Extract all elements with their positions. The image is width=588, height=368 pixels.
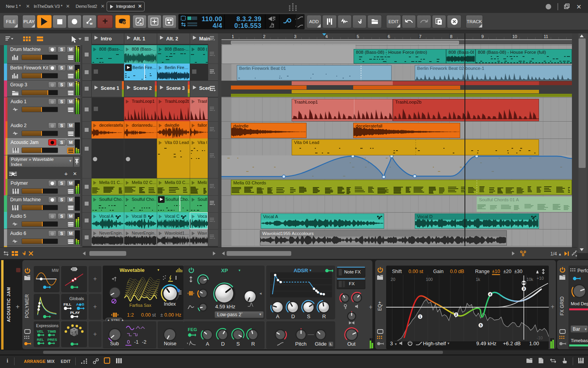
svg-text:Expressions: Expressions: [36, 323, 58, 328]
svg-text:REL: REL: [37, 338, 44, 342]
svg-text:VEL: VEL: [37, 330, 44, 333]
svg-text:2: 2: [455, 313, 457, 317]
svg-text:5: 5: [480, 323, 482, 327]
svg-text:1: 1: [419, 315, 421, 319]
svg-text:A◆B: A◆B: [76, 302, 84, 306]
svg-text:Globals: Globals: [69, 296, 84, 301]
svg-text:TIMB: TIMB: [47, 330, 56, 333]
svg-text:PRES: PRES: [47, 338, 57, 342]
svg-text:4: 4: [489, 292, 491, 296]
svg-text:3: 3: [523, 287, 525, 291]
svg-text:FILL: FILL: [64, 302, 71, 306]
svg-text:w: w: [139, 22, 142, 25]
svg-text:MW: MW: [52, 268, 59, 273]
svg-text:w: w: [89, 22, 93, 26]
svg-text:PLAY: PLAY: [70, 310, 80, 315]
